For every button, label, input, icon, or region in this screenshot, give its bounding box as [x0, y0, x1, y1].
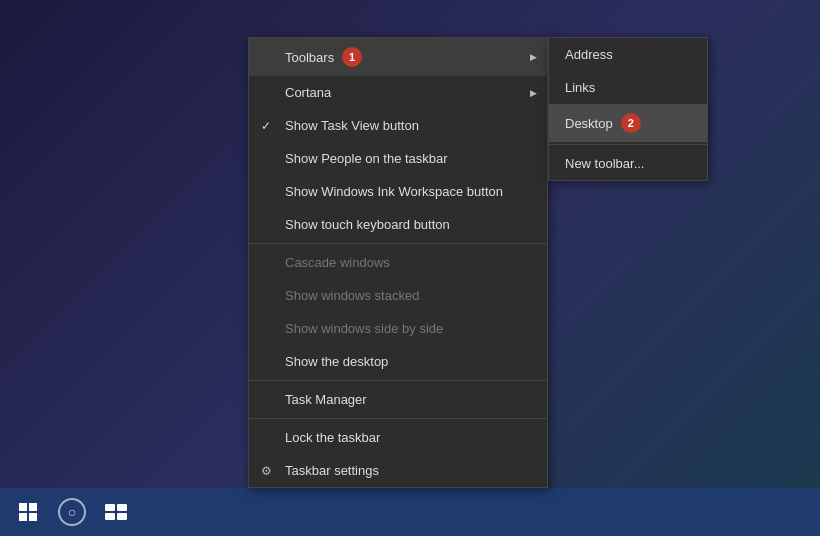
side-by-side-label: Show windows side by side	[285, 321, 443, 336]
cortana-circle-icon: ○	[58, 498, 86, 526]
toolbars-label: Toolbars	[285, 50, 334, 65]
menu-item-side-by-side[interactable]: Show windows side by side	[249, 312, 547, 345]
menu-item-task-manager[interactable]: Task Manager	[249, 383, 547, 416]
separator-3	[249, 418, 547, 419]
ink-label: Show Windows Ink Workspace button	[285, 184, 503, 199]
toolbars-badge: 1	[342, 47, 362, 67]
menu-item-cortana[interactable]: Cortana	[249, 76, 547, 109]
menu-item-taskbar-settings[interactable]: ⚙ Taskbar settings	[249, 454, 547, 487]
desktop: top-password.com Toolbars 1 Cortana Show…	[0, 0, 820, 536]
show-desktop-label: Show the desktop	[285, 354, 388, 369]
taskbar-settings-label: Taskbar settings	[285, 463, 379, 478]
context-menu-wrapper: Toolbars 1 Cortana Show Task View button…	[248, 37, 708, 488]
menu-item-people[interactable]: Show People on the taskbar	[249, 142, 547, 175]
gear-icon: ⚙	[261, 464, 272, 478]
submenu-item-address[interactable]: Address	[549, 38, 707, 71]
menu-item-cascade[interactable]: Cascade windows	[249, 246, 547, 279]
stacked-label: Show windows stacked	[285, 288, 419, 303]
windows-logo-icon	[19, 503, 37, 521]
taskbar: ○	[0, 488, 820, 536]
cortana-button[interactable]: ○	[52, 492, 92, 532]
separator-2	[249, 380, 547, 381]
lock-taskbar-label: Lock the taskbar	[285, 430, 380, 445]
menu-item-show-desktop[interactable]: Show the desktop	[249, 345, 547, 378]
start-button[interactable]	[8, 492, 48, 532]
people-label: Show People on the taskbar	[285, 151, 448, 166]
desktop-badge: 2	[621, 113, 641, 133]
cortana-label: Cortana	[285, 85, 331, 100]
context-menu: Toolbars 1 Cortana Show Task View button…	[248, 37, 548, 488]
menu-item-stacked[interactable]: Show windows stacked	[249, 279, 547, 312]
menu-item-keyboard[interactable]: Show touch keyboard button	[249, 208, 547, 241]
address-label: Address	[565, 47, 613, 62]
submenu-separator-1	[549, 144, 707, 145]
submenu-item-desktop[interactable]: Desktop 2	[549, 104, 707, 142]
menu-item-lock-taskbar[interactable]: Lock the taskbar	[249, 421, 547, 454]
submenu: Address Links Desktop 2 New toolbar...	[548, 37, 708, 181]
submenu-item-links[interactable]: Links	[549, 71, 707, 104]
task-view-icon	[105, 504, 127, 520]
separator-1	[249, 243, 547, 244]
task-view-label: Show Task View button	[285, 118, 419, 133]
menu-item-task-view[interactable]: Show Task View button	[249, 109, 547, 142]
links-label: Links	[565, 80, 595, 95]
task-manager-label: Task Manager	[285, 392, 367, 407]
menu-item-ink[interactable]: Show Windows Ink Workspace button	[249, 175, 547, 208]
desktop-label: Desktop	[565, 116, 613, 131]
task-view-button[interactable]	[96, 492, 136, 532]
keyboard-label: Show touch keyboard button	[285, 217, 450, 232]
cascade-label: Cascade windows	[285, 255, 390, 270]
submenu-item-new-toolbar[interactable]: New toolbar...	[549, 147, 707, 180]
menu-item-toolbars[interactable]: Toolbars 1	[249, 38, 547, 76]
new-toolbar-label: New toolbar...	[565, 156, 645, 171]
